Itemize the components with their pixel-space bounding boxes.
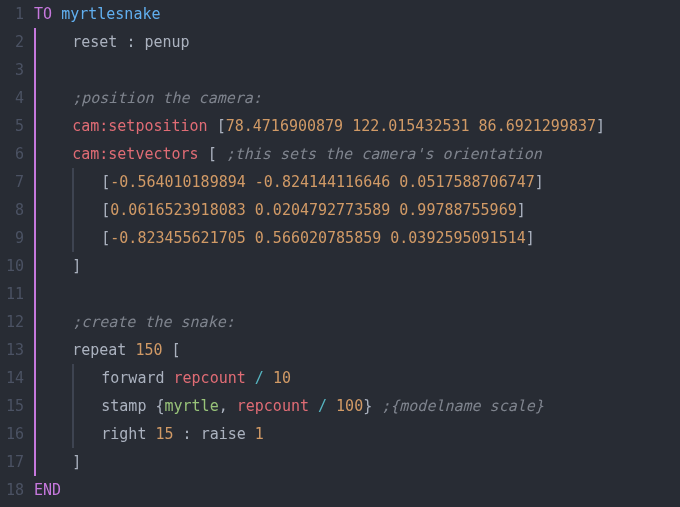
keyword-repeat: repeat: [72, 336, 126, 364]
keyword-to: TO: [34, 0, 52, 28]
comment: ;position the camera:: [72, 84, 262, 112]
line-number: 15: [6, 392, 24, 420]
token-reset: reset: [72, 28, 117, 56]
code-line: [-0.564010189894 -0.824144116646 0.05175…: [34, 168, 680, 196]
line-number: 10: [6, 252, 24, 280]
token-cam-setposition: cam:setposition: [72, 112, 207, 140]
line-number: 2: [6, 28, 24, 56]
code-line: TO myrtlesnake: [34, 0, 680, 28]
code-editor: 1 2 3 4 5 6 7 8 9 10 11 12 13 14 15 16 1…: [0, 0, 680, 507]
code-area[interactable]: TO myrtlesnake reset : penup ;position t…: [32, 0, 680, 507]
line-number: 16: [6, 420, 24, 448]
code-line: reset : penup: [34, 28, 680, 56]
code-line: right 15 : raise 1: [34, 420, 680, 448]
keyword-end: END: [34, 476, 61, 504]
indent-guide: [34, 56, 36, 84]
line-number: 14: [6, 364, 24, 392]
code-line: [34, 56, 680, 84]
code-line: forward repcount / 10: [34, 364, 680, 392]
line-number: 3: [6, 56, 24, 84]
line-number: 7: [6, 168, 24, 196]
code-line: cam:setvectors [ ;this sets the camera's…: [34, 140, 680, 168]
comment: ;{modelname scale}: [381, 392, 544, 420]
line-number: 6: [6, 140, 24, 168]
line-number: 5: [6, 112, 24, 140]
line-number: 9: [6, 224, 24, 252]
code-line: [34, 280, 680, 308]
line-number: 11: [6, 280, 24, 308]
token-repcount: repcount: [174, 364, 246, 392]
token-cam-setvectors: cam:setvectors: [72, 140, 198, 168]
code-line: ]: [34, 448, 680, 476]
code-line: END: [34, 476, 680, 504]
code-line: ;create the snake:: [34, 308, 680, 336]
code-line: ;position the camera:: [34, 84, 680, 112]
line-number: 18: [6, 476, 24, 504]
code-line: stamp {myrtle, repcount / 100} ;{modelna…: [34, 392, 680, 420]
line-number-gutter: 1 2 3 4 5 6 7 8 9 10 11 12 13 14 15 16 1…: [0, 0, 32, 507]
code-line: repeat 150 [: [34, 336, 680, 364]
line-number: 4: [6, 84, 24, 112]
token-forward: forward: [101, 364, 164, 392]
line-number: 17: [6, 448, 24, 476]
token-myrtle: myrtle: [165, 392, 219, 420]
code-line: ]: [34, 252, 680, 280]
line-number: 12: [6, 308, 24, 336]
procedure-name: myrtlesnake: [61, 0, 160, 28]
comment: ;this sets the camera's orientation: [226, 140, 542, 168]
token-raise: raise: [201, 420, 246, 448]
comment: ;create the snake:: [72, 308, 235, 336]
token-right: right: [101, 420, 146, 448]
line-number: 13: [6, 336, 24, 364]
code-line: [0.0616523918083 0.0204792773589 0.99788…: [34, 196, 680, 224]
token-stamp: stamp: [101, 392, 146, 420]
code-line: [-0.823455621705 0.566020785859 0.039259…: [34, 224, 680, 252]
line-number: 8: [6, 196, 24, 224]
line-number: 1: [6, 0, 24, 28]
indent-guide: [34, 280, 36, 308]
code-line: cam:setposition [78.4716900879 122.01543…: [34, 112, 680, 140]
token-penup: penup: [144, 28, 189, 56]
